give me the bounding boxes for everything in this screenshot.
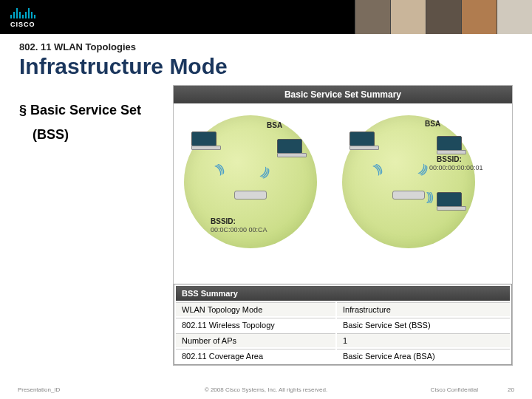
bullet-sub: (BSS) <box>33 127 167 143</box>
wireless-wave-icon: ))) <box>426 191 432 204</box>
bss-summary-table: BSS Summary WLAN Topology ModeInfrastruc… <box>174 284 512 365</box>
page-number: 20 <box>508 386 514 393</box>
figure-canvas: ))) ))) BSA BSSID: 00:0C:00:00 00:CA )))… <box>174 103 512 284</box>
cisco-logo: CISCO <box>0 7 35 28</box>
figure-panel: Basic Service Set Summary ))) ))) BSA BS… <box>173 85 513 366</box>
cisco-bars-icon <box>10 7 35 18</box>
laptop-icon <box>277 139 307 158</box>
summary-header: BSS Summary <box>176 286 510 301</box>
footer-confidential: Cisco Confidential <box>431 386 478 393</box>
brand-text: CISCO <box>10 21 35 28</box>
bssid-value: 00:00:00:00:00:01 <box>429 164 483 171</box>
slide-content: 802. 11 WLAN Topologies Infrastructure M… <box>0 34 532 366</box>
table-row: 802.11 Wireless TopologyBasic Service Se… <box>176 318 510 332</box>
pretitle: 802. 11 WLAN Topologies <box>19 41 513 52</box>
access-point-icon <box>234 191 267 200</box>
bsa-label: BSA <box>267 121 282 129</box>
page-title: Infrastructure Mode <box>19 54 513 79</box>
figure-title: Basic Service Set Summary <box>174 86 512 103</box>
footer-copyright: © 2008 Cisco Systems, Inc. All rights re… <box>205 386 327 393</box>
bssid-value: 00:0C:00:00 00:CA <box>211 226 267 233</box>
banner-photos <box>355 0 532 34</box>
slide-footer: Presentation_ID © 2008 Cisco Systems, In… <box>0 386 532 393</box>
footer-left: Presentation_ID <box>18 386 60 393</box>
bssid-label: BSSID: <box>437 155 462 163</box>
laptop-icon <box>437 192 466 211</box>
laptop-icon <box>437 136 466 155</box>
table-row: WLAN Topology ModeInfrastructure <box>176 302 510 316</box>
table-row: 802.11 Coverage AreaBasic Service Area (… <box>176 349 510 363</box>
bsa-label: BSA <box>425 120 440 128</box>
top-banner: CISCO <box>0 0 532 34</box>
bullet-main: Basic Service Set <box>19 101 167 120</box>
laptop-icon <box>349 132 379 151</box>
bullet-column: Basic Service Set (BSS) <box>19 85 167 366</box>
laptop-icon <box>191 132 221 151</box>
table-row: Number of APs1 <box>176 333 510 347</box>
access-point-icon <box>392 191 425 200</box>
bssid-label: BSSID: <box>211 217 236 225</box>
